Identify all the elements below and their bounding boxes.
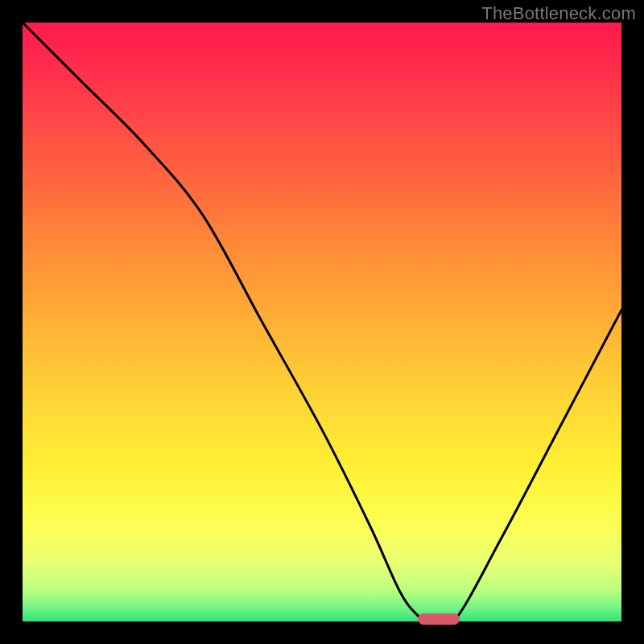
watermark-text: TheBottleneck.com — [481, 3, 636, 24]
chart-frame: TheBottleneck.com — [0, 0, 644, 644]
plot-area — [23, 23, 621, 621]
bottleneck-curve-svg — [23, 23, 621, 621]
bottleneck-curve — [23, 23, 621, 621]
optimal-range-marker — [418, 613, 460, 625]
